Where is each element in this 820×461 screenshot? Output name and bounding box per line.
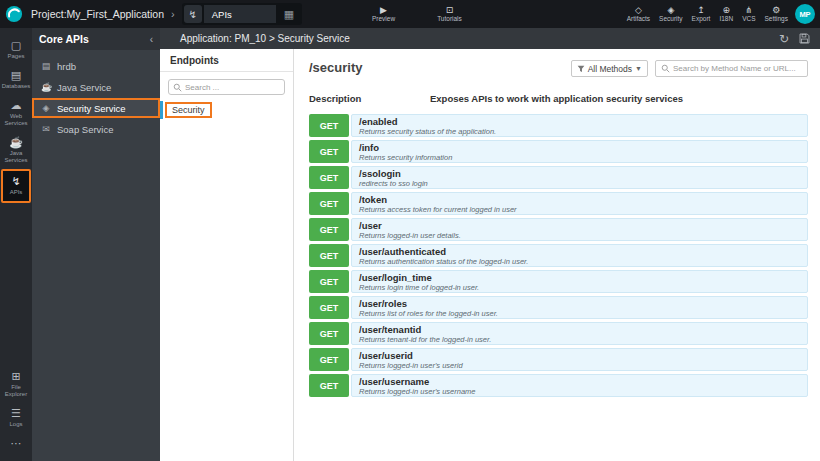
sidebar-item-label: Web Services — [0, 113, 32, 127]
tutorials-button[interactable]: ⊡ Tutorials — [437, 5, 462, 23]
core-apis-panel: Core APIs ‹ ▤ hrdb ☕ Java Service ◈ Secu… — [32, 28, 160, 461]
sidebar-item[interactable]: ☕ Java Services — [0, 132, 32, 169]
brand-logo-icon[interactable] — [5, 5, 23, 23]
endpoint-row-body[interactable]: /enabled Returns security status of the … — [351, 114, 808, 137]
api-detail-pane: /security All Methods ▼ Description Expo… — [295, 49, 820, 461]
endpoint-row-body[interactable]: /user/username Returns logged-in user's … — [351, 374, 808, 397]
endpoint-path: /user/tenantid — [359, 325, 800, 335]
avatar[interactable]: MP — [795, 4, 815, 24]
endpoints-search[interactable] — [168, 79, 285, 95]
endpoint-row[interactable]: GET /info Returns security information — [309, 140, 808, 163]
method-badge[interactable]: GET — [309, 270, 349, 293]
top-bar: Project:My_First_Application › ↯ APIs ▦ … — [0, 0, 820, 28]
tab-apis[interactable]: APIs — [204, 5, 276, 23]
breadcrumb: Application: PM_10 > Security Service — [180, 33, 350, 44]
endpoint-row-body[interactable]: /user Returns logged-in user details. — [351, 218, 808, 241]
sidebar-item-label: Pages — [7, 53, 24, 60]
endpoint-row[interactable]: GET /user/authenticated Returns authenti… — [309, 244, 808, 267]
endpoint-row-body[interactable]: /ssologin redirects to sso login — [351, 166, 808, 189]
api-service-item[interactable]: ✉ Soap Service — [32, 119, 160, 139]
endpoint-row-body[interactable]: /user/tenantid Returns tenant-id for the… — [351, 322, 808, 345]
endpoint-row[interactable]: GET /user/roles Returns list of roles fo… — [309, 296, 808, 319]
vcs-icon: ⋔ — [745, 5, 753, 15]
method-badge[interactable]: GET — [309, 218, 349, 241]
endpoint-row-body[interactable]: /user/roles Returns list of roles for th… — [351, 296, 808, 319]
method-badge[interactable]: GET — [309, 192, 349, 215]
sidebar-item[interactable]: ▢ Pages — [0, 35, 32, 65]
api-service-label: hrdb — [57, 61, 76, 72]
i18n-icon: ⊕ — [722, 5, 730, 15]
api-service-item[interactable]: ▤ hrdb — [32, 56, 160, 76]
endpoint-group-item[interactable]: Security — [160, 101, 293, 119]
sidebar-item[interactable]: ☰ Logs — [0, 403, 32, 433]
java-services-icon: ☕ — [9, 136, 23, 148]
endpoint-row[interactable]: GET /enabled Returns security status of … — [309, 114, 808, 137]
refresh-icon[interactable]: ↻ — [779, 33, 789, 45]
toolbar-button-label: Export — [692, 15, 711, 23]
toolbar-button-label: I18N — [719, 15, 733, 23]
method-badge[interactable]: GET — [309, 166, 349, 189]
endpoint-row[interactable]: GET /user/login_time Returns login time … — [309, 270, 808, 293]
rail-bottom-group: ⊞ File Explorer ☰ Logs ⋯ — [0, 366, 32, 461]
sidebar-item[interactable]: ☁ Web Services — [0, 95, 32, 132]
endpoint-path: /ssologin — [359, 169, 800, 179]
app-grid-icon[interactable]: ▦ — [284, 8, 294, 21]
api-service-item[interactable]: ◈ Security Service — [32, 98, 160, 118]
method-search[interactable] — [655, 60, 808, 77]
header-action-icons: ↻ — [779, 33, 810, 45]
toolbar-button[interactable]: ⋔ VCS — [742, 5, 755, 23]
method-badge[interactable]: GET — [309, 296, 349, 319]
preview-button[interactable]: ▶ Preview — [372, 5, 395, 23]
method-badge[interactable]: GET — [309, 374, 349, 397]
sidebar-item-label: APIs — [10, 189, 23, 196]
endpoint-row[interactable]: GET /user/username Returns logged-in use… — [309, 374, 808, 397]
endpoint-description: redirects to sso login — [359, 179, 800, 188]
methods-filter-dropdown[interactable]: All Methods ▼ — [571, 60, 648, 77]
toolbar-button[interactable]: ◇ Artifacts — [627, 5, 650, 23]
endpoint-row-body[interactable]: /user/userid Returns logged-in user's us… — [351, 348, 808, 371]
tutorials-icon: ⊡ — [446, 5, 454, 15]
method-badge[interactable]: GET — [309, 114, 349, 137]
sidebar-item[interactable]: ↯ APIs — [1, 169, 31, 203]
settings-icon: ⚙ — [772, 5, 780, 15]
endpoints-search-input[interactable] — [185, 83, 280, 92]
endpoint-row-body[interactable]: /token Returns access token for current … — [351, 192, 808, 215]
toolbar-button[interactable]: ⚙ Settings — [765, 5, 789, 23]
toolbar-button[interactable]: ⊕ I18N — [719, 5, 733, 23]
core-apis-list: ▤ hrdb ☕ Java Service ◈ Security Service… — [32, 50, 160, 139]
endpoint-row[interactable]: GET /ssologin redirects to sso login — [309, 166, 808, 189]
endpoints-list: Security — [160, 101, 293, 119]
collapse-panel-icon[interactable]: ‹ — [150, 34, 153, 45]
toolbar-button[interactable]: ◈ Security — [659, 5, 682, 23]
endpoint-row[interactable]: GET /user Returns logged-in user details… — [309, 218, 808, 241]
method-search-input[interactable] — [673, 64, 802, 73]
endpoint-row[interactable]: GET /user/userid Returns logged-in user'… — [309, 348, 808, 371]
api-service-item[interactable]: ☕ Java Service — [32, 77, 160, 97]
api-service-label: Java Service — [57, 82, 111, 93]
sidebar-item[interactable]: ▤ Databases — [0, 65, 32, 95]
endpoint-row[interactable]: GET /token Returns access token for curr… — [309, 192, 808, 215]
method-badge[interactable]: GET — [309, 348, 349, 371]
endpoint-row-body[interactable]: /user/login_time Returns login time of l… — [351, 270, 808, 293]
tab-apis-label: APIs — [212, 9, 232, 20]
sidebar-item[interactable]: ⊞ File Explorer — [0, 366, 32, 403]
core-apis-title: Core APIs — [39, 33, 89, 45]
description-label: Description — [309, 93, 430, 104]
chevron-right-icon[interactable]: › — [171, 8, 175, 20]
endpoint-row[interactable]: GET /user/tenantid Returns tenant-id for… — [309, 322, 808, 345]
file-explorer-icon: ⊞ — [11, 370, 20, 382]
endpoint-row-body[interactable]: /info Returns security information — [351, 140, 808, 163]
endpoint-description: Returns logged-in user details. — [359, 231, 800, 240]
project-name[interactable]: Project:My_First_Application — [31, 8, 164, 20]
method-badge[interactable]: GET — [309, 140, 349, 163]
left-nav-rail: ▢ Pages ▤ Databases ☁ Web Services ☕ Jav… — [0, 28, 32, 461]
api-service-label: Security Service — [57, 103, 126, 114]
method-badge[interactable]: GET — [309, 322, 349, 345]
sidebar-item[interactable]: ⋯ — [0, 433, 32, 456]
method-badge[interactable]: GET — [309, 244, 349, 267]
endpoint-description: Returns logged-in user's userid — [359, 361, 800, 370]
save-icon[interactable] — [799, 33, 810, 44]
logs-icon: ☰ — [11, 407, 21, 419]
endpoint-row-body[interactable]: /user/authenticated Returns authenticati… — [351, 244, 808, 267]
toolbar-button[interactable]: ↥ Export — [692, 5, 711, 23]
